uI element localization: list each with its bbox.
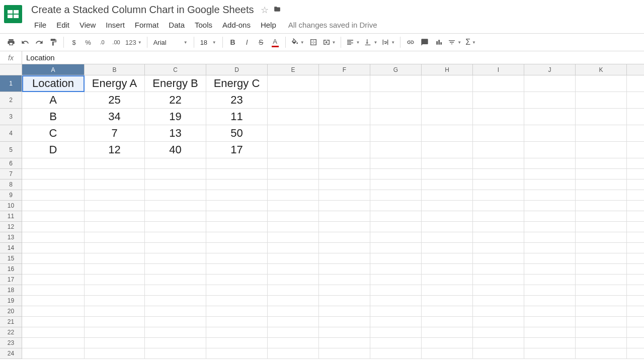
cell[interactable]: 17 (206, 142, 268, 158)
cell[interactable] (319, 142, 370, 158)
cell[interactable] (524, 317, 576, 327)
menu-format[interactable]: Format (130, 19, 164, 31)
cell[interactable] (524, 306, 576, 317)
text-wrap-icon[interactable]: ▼ (380, 36, 396, 49)
cell[interactable] (206, 169, 268, 179)
cell[interactable] (576, 306, 627, 317)
cell[interactable] (206, 211, 268, 222)
cell[interactable] (627, 142, 644, 158)
col-header-i[interactable]: I (473, 64, 524, 75)
cell[interactable] (422, 296, 473, 306)
insert-chart-icon[interactable] (432, 36, 445, 49)
menu-tools[interactable]: Tools (190, 19, 217, 31)
cell[interactable] (576, 296, 627, 306)
cell[interactable] (370, 125, 422, 142)
cell[interactable] (22, 275, 85, 285)
cell[interactable] (145, 306, 206, 317)
sheets-app-icon[interactable] (4, 5, 22, 23)
cell[interactable] (85, 264, 145, 275)
cell[interactable] (268, 306, 319, 317)
menu-insert[interactable]: Insert (101, 19, 130, 31)
row-header[interactable]: 4 (0, 125, 22, 142)
cell[interactable] (524, 75, 576, 92)
cell[interactable] (524, 222, 576, 232)
cell[interactable] (524, 243, 576, 253)
cell[interactable] (268, 222, 319, 232)
cell[interactable] (319, 169, 370, 179)
cell[interactable] (524, 338, 576, 348)
cell[interactable] (422, 285, 473, 296)
cell[interactable] (576, 232, 627, 243)
cell[interactable] (22, 306, 85, 317)
format-123-button[interactable]: 123▼ (124, 36, 143, 49)
cell[interactable] (422, 92, 473, 109)
cell[interactable] (268, 169, 319, 179)
cell[interactable] (319, 306, 370, 317)
cell[interactable] (422, 142, 473, 158)
cell[interactable] (627, 158, 644, 169)
row-header[interactable]: 1 (0, 75, 22, 92)
filter-icon[interactable]: ▼ (446, 36, 463, 49)
cell[interactable] (473, 264, 524, 275)
row-header[interactable]: 14 (0, 243, 22, 253)
cell[interactable] (319, 222, 370, 232)
menu-file[interactable]: File (29, 19, 51, 31)
cell[interactable] (422, 275, 473, 285)
cell[interactable] (268, 142, 319, 158)
cell[interactable] (627, 232, 644, 243)
cell[interactable] (627, 317, 644, 327)
cell[interactable] (206, 317, 268, 327)
cell[interactable] (627, 285, 644, 296)
cell[interactable] (85, 327, 145, 338)
cell[interactable]: 23 (206, 92, 268, 109)
row-header[interactable]: 9 (0, 190, 22, 201)
cell[interactable] (370, 327, 422, 338)
cell[interactable]: Energy C (206, 75, 268, 92)
cell[interactable] (576, 190, 627, 201)
cell[interactable]: Energy A (85, 75, 145, 92)
cell[interactable] (85, 222, 145, 232)
cell[interactable] (85, 201, 145, 211)
cell[interactable] (422, 243, 473, 253)
cell[interactable] (145, 179, 206, 190)
cell[interactable] (370, 158, 422, 169)
cell[interactable] (627, 201, 644, 211)
cell[interactable] (576, 327, 627, 338)
cell[interactable] (22, 327, 85, 338)
cell[interactable] (473, 317, 524, 327)
cell[interactable] (268, 275, 319, 285)
cell[interactable] (319, 158, 370, 169)
cell[interactable] (319, 275, 370, 285)
cell[interactable] (206, 348, 268, 359)
cell[interactable] (524, 125, 576, 142)
col-header-f[interactable]: F (319, 64, 370, 75)
cell[interactable] (370, 92, 422, 109)
cell[interactable] (268, 327, 319, 338)
cell[interactable] (85, 211, 145, 222)
strikethrough-icon[interactable]: S (255, 36, 268, 49)
cell[interactable] (422, 190, 473, 201)
cell[interactable] (473, 169, 524, 179)
cell[interactable] (268, 264, 319, 275)
cell[interactable] (370, 306, 422, 317)
cell[interactable] (268, 158, 319, 169)
italic-icon[interactable]: I (240, 36, 254, 49)
cell[interactable] (145, 201, 206, 211)
cell[interactable] (524, 109, 576, 125)
cell[interactable] (370, 201, 422, 211)
cell[interactable] (370, 338, 422, 348)
percent-button[interactable]: % (82, 36, 95, 49)
cell[interactable] (268, 190, 319, 201)
cell[interactable] (206, 190, 268, 201)
cell[interactable] (422, 317, 473, 327)
row-header[interactable]: 5 (0, 142, 22, 158)
row-header[interactable]: 7 (0, 169, 22, 179)
cell[interactable] (422, 348, 473, 359)
col-header-c[interactable]: C (145, 64, 206, 75)
cell[interactable] (85, 296, 145, 306)
insert-link-icon[interactable] (404, 36, 417, 49)
decrease-decimal-icon[interactable]: .0 (96, 36, 109, 49)
cell[interactable] (319, 190, 370, 201)
cell[interactable] (370, 75, 422, 92)
cell[interactable] (524, 158, 576, 169)
